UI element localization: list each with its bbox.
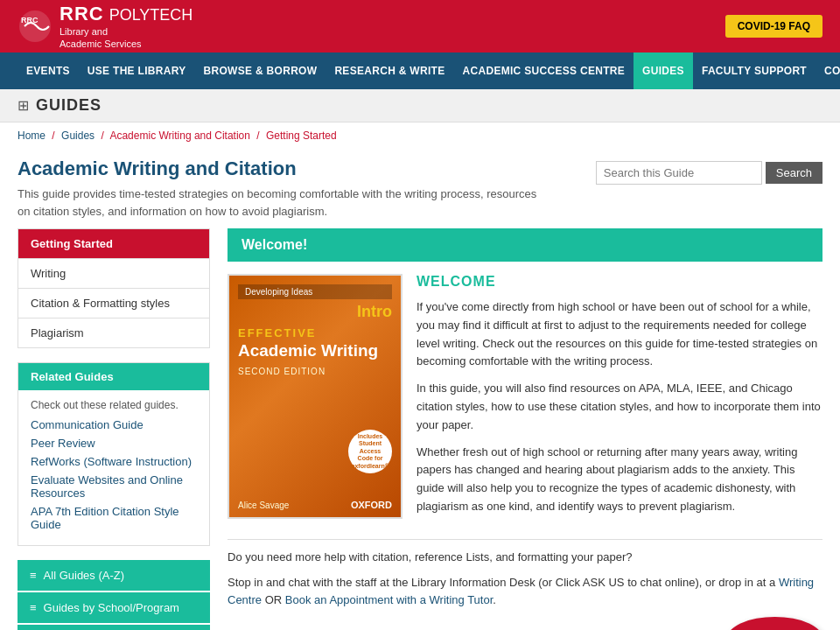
divider [228, 539, 822, 540]
guides-bar-title: GUIDES [36, 96, 102, 115]
related-link-peer-review[interactable]: Peer Review [31, 437, 95, 450]
below-welcome-line1: Do you need more help with citation, ref… [228, 549, 822, 567]
below-or-text: OR [265, 593, 283, 606]
sidebar-item-writing[interactable]: Writing [18, 259, 209, 289]
content-area: Welcome! Developing Ideas Intro EFFECTIV… [228, 228, 822, 630]
ask-us-area: Ask Us [228, 617, 822, 630]
sidebar-item-citation[interactable]: Citation & Formatting styles [18, 289, 209, 318]
header-top: RRC RRC POLYTECH Library and Academic Se… [0, 0, 840, 52]
nav-guides[interactable]: GUIDES [634, 52, 693, 89]
related-guides-header: Related Guides [18, 363, 209, 390]
logo-area: RRC RRC POLYTECH Library and Academic Se… [18, 3, 192, 51]
page-title: Academic Writing and Citation [18, 158, 596, 180]
nav-events[interactable]: EVENTS [18, 52, 79, 89]
list-icon: ≡ [30, 569, 37, 582]
search-area: Search [596, 161, 822, 185]
sidebar-related-guides: Related Guides Check out these related g… [18, 362, 210, 546]
book-publisher: OXFORD [351, 500, 392, 510]
ask-us-button[interactable]: Ask Us [727, 617, 822, 630]
nav-use-library[interactable]: USE THE LIBRARY [79, 52, 195, 89]
breadcrumb-guides[interactable]: Guides [61, 130, 94, 142]
breadcrumb-current-guide: Academic Writing and Citation [109, 130, 250, 142]
list-icon-2: ≡ [30, 601, 37, 614]
related-link-evaluate-websites[interactable]: Evaluate Websites and Online Resources [31, 473, 183, 500]
nav-contact[interactable]: CONTACT [816, 52, 840, 89]
book-badge: Includes Student Access Code for oxfordl… [348, 430, 392, 473]
book-academic: Academic Writing [238, 341, 392, 361]
book-dev-ideas: Developing Ideas [238, 284, 392, 299]
logo-sub: Library and Academic Services [60, 25, 192, 51]
welcome-heading: WELCOME [416, 274, 822, 290]
related-guides-list: Communication Guide Peer Review RefWorks… [31, 418, 197, 531]
related-link-communication[interactable]: Communication Guide [31, 418, 144, 431]
list-item: Peer Review [31, 437, 197, 450]
guides-school-label: Guides by School/Program [44, 601, 179, 614]
book-cover-inner: Developing Ideas Intro EFFECTIVE Academi… [229, 276, 401, 517]
sidebar: Getting Started Writing Citation & Forma… [18, 228, 210, 630]
nav-academic-success[interactable]: ACADEMIC SUCCESS CENTRE [454, 52, 634, 89]
sidebar-item-plagiarism[interactable]: Plagiarism [18, 318, 209, 347]
breadcrumb-home[interactable]: Home [18, 130, 46, 142]
nav-research-write[interactable]: RESEARCH & WRITE [326, 52, 453, 89]
rrc-logo-icon: RRC [18, 9, 52, 44]
book-cover: Developing Ideas Intro EFFECTIVE Academi… [228, 274, 402, 519]
book-author: Alice Savage [238, 500, 289, 510]
list-item: Evaluate Websites and Online Resources [31, 473, 197, 500]
breadcrumb-current-page: Getting Started [266, 130, 337, 142]
welcome-para1: If you've come directly from high school… [416, 298, 822, 371]
sidebar-item-getting-started[interactable]: Getting Started [18, 229, 209, 259]
list-item: RefWorks (Software Instruction) [31, 455, 197, 468]
below-welcome-text-start: Stop in and chat with the staff at the L… [228, 576, 775, 589]
search-input[interactable] [596, 161, 762, 185]
related-guides-desc: Check out these related guides. [31, 399, 197, 411]
welcome-banner: Welcome! [228, 228, 822, 262]
welcome-para3: Whether fresh out of high school or retu… [416, 444, 822, 516]
welcome-text: WELCOME If you've come directly from hig… [416, 274, 822, 525]
guides-bar: ⊞ GUIDES [0, 89, 840, 122]
nav-browse-borrow[interactable]: BROWSE & BORROW [195, 52, 326, 89]
book-appointment-link[interactable]: Book an Appointment with a Writing Tutor [285, 593, 494, 606]
list-item: Communication Guide [31, 418, 197, 431]
covid-faq-button[interactable]: COVID-19 FAQ [725, 15, 822, 38]
page-title-section: Academic Writing and Citation This guide… [18, 158, 596, 220]
sidebar-guides-school[interactable]: ≡ Guides by School/Program [18, 592, 210, 623]
related-link-apa[interactable]: APA 7th Edition Citation Style Guide [31, 505, 179, 531]
welcome-para2: In this guide, you will also find resour… [416, 380, 822, 434]
book-effective: EFFECTIVE [238, 326, 392, 340]
all-guides-label: All Guides (A-Z) [44, 569, 124, 582]
book-intro: Intro [238, 303, 392, 321]
sidebar-nav: Getting Started Writing Citation & Forma… [18, 228, 210, 348]
related-guides-body: Check out these related guides. Communic… [18, 390, 209, 545]
page-description: This guide provides time-tested strategi… [18, 186, 542, 220]
below-welcome-line2: Stop in and chat with the staff at the L… [228, 574, 822, 611]
welcome-content: Developing Ideas Intro EFFECTIVE Academi… [228, 274, 822, 525]
main-nav: EVENTS USE THE LIBRARY BROWSE & BORROW R… [0, 52, 840, 89]
main-layout: Getting Started Writing Citation & Forma… [0, 228, 840, 630]
list-item: APA 7th Edition Citation Style Guide [31, 505, 197, 531]
breadcrumb: Home / Guides / Academic Writing and Cit… [0, 122, 840, 149]
page-header: Academic Writing and Citation This guide… [0, 149, 840, 228]
grid-icon: ⊞ [18, 97, 29, 114]
period: . [493, 593, 496, 606]
related-link-refworks[interactable]: RefWorks (Software Instruction) [31, 455, 192, 468]
search-button[interactable]: Search [766, 162, 822, 184]
sidebar-all-guides[interactable]: ≡ All Guides (A-Z) [18, 560, 210, 591]
logo-polytech: POLYTECH [109, 6, 193, 24]
logo-rrc: RRC [60, 3, 104, 25]
book-edition: SECOND EDITION [238, 367, 392, 376]
nav-faculty-support[interactable]: FACULTY SUPPORT [693, 52, 816, 89]
sidebar-subject-guide[interactable]: ≡ Subject/Instruction Guide [18, 625, 210, 630]
